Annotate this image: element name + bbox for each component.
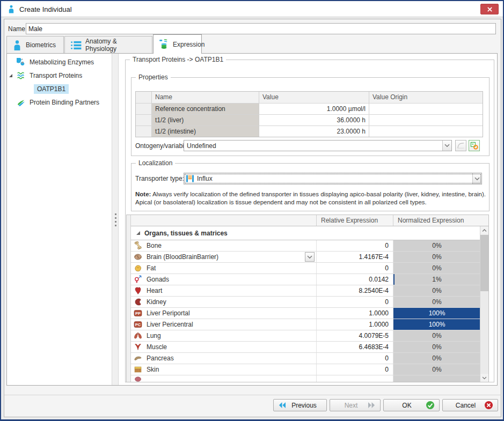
properties-table-header: Name Value Value Origin	[136, 92, 483, 103]
relative-expression-cell[interactable]: 0	[317, 353, 393, 364]
close-icon	[487, 6, 493, 12]
relative-expression-cell[interactable]: 0.0142	[317, 274, 393, 285]
organ-row[interactable]: Gonads0.01421%	[131, 274, 488, 285]
value-origin-cell[interactable]	[369, 104, 483, 114]
normalized-expression-cell[interactable]: 0%	[393, 330, 480, 341]
tree-selected-item-label: OATP1B1	[34, 84, 69, 94]
organ-dropdown-button[interactable]	[305, 252, 315, 262]
property-value-cell[interactable]: 36.0000 h	[259, 115, 369, 125]
group-row-organs[interactable]: Organs, tissues & matrices	[131, 226, 488, 240]
relative-expression-cell[interactable]: 1.4167E-4	[317, 252, 393, 262]
organ-row[interactable]: Lung4.0079E-50%	[131, 330, 488, 342]
property-row[interactable]: Reference concentration1.0000 µmol/l	[136, 103, 483, 114]
organ-row[interactable]: Heart8.2540E-40%	[131, 285, 488, 297]
organ-row[interactable]: Pancreas00%	[131, 353, 488, 364]
pane-splitter[interactable]	[112, 54, 119, 385]
organ-cell: Fat	[131, 263, 317, 274]
tab-biometrics[interactable]: Biometrics	[6, 36, 64, 54]
ok-button[interactable]: OK	[383, 399, 440, 411]
normalized-expression-cell[interactable]: 0%	[393, 252, 480, 262]
organ-cell: Muscle	[131, 342, 317, 352]
organ-row[interactable]: Bone00%	[131, 240, 488, 252]
expression-tab-content: Metabolizing Enzymes Transport Proteins …	[6, 53, 498, 386]
normalized-expression-value: 0%	[393, 364, 480, 375]
relative-expression-cell[interactable]: 6.4683E-4	[317, 342, 393, 352]
organ-row[interactable]: Brain (BloodBrainBarrier)1.4167E-40%	[131, 252, 488, 263]
organ-row[interactable]: Liver Pericentral1.0000100%	[131, 319, 488, 330]
relative-expression-cell[interactable]: 0	[317, 240, 393, 251]
tree-expand-icon[interactable]	[9, 74, 12, 77]
organ-row[interactable]: Muscle6.4683E-40%	[131, 342, 488, 353]
property-value-cell[interactable]: 23.0000 h	[259, 126, 369, 137]
normalized-expression-cell[interactable]: 0%	[393, 297, 480, 307]
normalized-expression-value: 0%	[393, 330, 480, 341]
relative-expression-cell[interactable]: 8.2540E-4	[317, 285, 393, 296]
ontogeny-combobox[interactable]: Undefined	[184, 140, 452, 151]
scroll-up-button[interactable]	[480, 226, 488, 234]
tree-item-metabolizing-enzymes[interactable]: Metabolizing Enzymes	[17, 58, 94, 67]
organ-label: Liver Pericentral	[147, 321, 193, 328]
normalized-expression-value: 100%	[393, 308, 480, 319]
normalized-expression-cell[interactable]: 0%	[393, 364, 480, 375]
dropdown-arrow-icon[interactable]	[442, 141, 451, 151]
next-button-label: Next	[334, 402, 368, 409]
relative-expression-cell[interactable]: 1.0000	[317, 308, 393, 319]
relative-expression-cell[interactable]	[317, 375, 393, 382]
next-button[interactable]: Next	[330, 399, 381, 411]
normalized-expression-cell[interactable]: 0%	[393, 263, 480, 274]
property-row[interactable]: t1/2 (intestine)23.0000 h	[136, 125, 483, 137]
localization-group-title: Localization	[136, 159, 175, 167]
organ-cell: Lung	[131, 330, 317, 341]
normalized-expression-cell[interactable]: 100%	[393, 319, 480, 330]
property-value-cell[interactable]: 1.0000 µmol/l	[259, 104, 369, 114]
dropdown-arrow-icon[interactable]	[472, 173, 481, 184]
normalized-expression-cell[interactable]: 0%	[393, 285, 480, 296]
brain-icon	[134, 253, 142, 261]
show-ontogeny-chart-button[interactable]	[455, 140, 466, 151]
metabolizing-enzymes-icon	[17, 58, 25, 67]
value-origin-cell[interactable]	[369, 115, 483, 125]
anatomy-list-icon	[70, 40, 82, 50]
relative-expression-cell[interactable]: 0	[317, 297, 393, 307]
normalized-expression-cell[interactable]: 1%	[393, 274, 480, 285]
edit-ontogeny-button[interactable]	[469, 140, 480, 151]
organ-label: Heart	[147, 287, 162, 294]
properties-group: Properties Name Value Value Origin Refer…	[131, 77, 490, 156]
transporter-type-combobox[interactable]: Influx	[184, 173, 482, 184]
organ-row-partial[interactable]	[131, 375, 488, 382]
organ-row[interactable]: Fat00%	[131, 263, 488, 274]
scroll-down-button[interactable]	[480, 374, 488, 382]
normalized-expression-cell[interactable]: 0%	[393, 353, 480, 364]
normalized-expression-cell[interactable]: 100%	[393, 308, 480, 319]
tab-anatomy-physiology[interactable]: Anatomy & Physiology	[64, 36, 152, 54]
column-header-normalized-expression: Normalized Expression	[393, 215, 480, 226]
previous-arrows-icon	[278, 402, 286, 409]
row-indicator	[136, 104, 152, 114]
relative-expression-cell[interactable]: 4.0079E-5	[317, 330, 393, 341]
name-input[interactable]	[26, 23, 496, 34]
normalized-expression-cell[interactable]: 0%	[393, 240, 480, 251]
cancel-button[interactable]: Cancel	[442, 399, 498, 411]
tree-item-protein-binding-partners[interactable]: Protein Binding Partners	[17, 98, 99, 107]
property-name-cell: Reference concentration	[152, 104, 259, 114]
tab-expression[interactable]: Expression	[153, 34, 202, 54]
relative-expression-cell[interactable]: 0	[317, 263, 393, 274]
close-button[interactable]	[480, 4, 499, 14]
tree-item-transport-proteins[interactable]: Transport Proteins	[9, 71, 82, 80]
tree-item-oatp1b1[interactable]: OATP1B1	[34, 84, 69, 94]
vertical-scrollbar[interactable]	[480, 226, 488, 382]
relative-expression-cell[interactable]: 1.0000	[317, 319, 393, 330]
organ-label: Fat	[147, 264, 156, 272]
normalized-expression-cell[interactable]: 0%	[393, 342, 480, 352]
normalized-expression-cell[interactable]	[393, 375, 480, 382]
ok-button-label: OK	[388, 402, 426, 409]
organ-row[interactable]: Liver Periportal1.0000100%	[131, 308, 488, 319]
previous-button[interactable]: Previous	[273, 399, 327, 411]
relative-expression-cell[interactable]: 0	[317, 364, 393, 375]
organ-row[interactable]: Kidney00%	[131, 297, 488, 308]
property-row[interactable]: t1/2 (liver)36.0000 h	[136, 114, 483, 125]
fat-icon	[134, 264, 142, 272]
organ-row[interactable]: Skin00%	[131, 364, 488, 375]
value-origin-cell[interactable]	[369, 126, 483, 137]
scrollbar-thumb[interactable]	[480, 235, 488, 291]
